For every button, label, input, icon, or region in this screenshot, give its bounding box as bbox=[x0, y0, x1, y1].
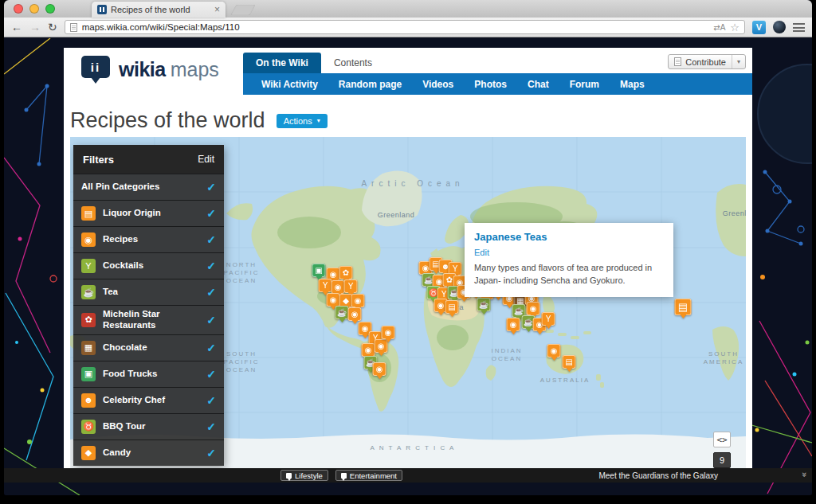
tab-close-icon[interactable]: × bbox=[214, 5, 220, 14]
footer-shortcut-lifestyle[interactable]: Lifestyle bbox=[280, 470, 328, 481]
map-pin-michelin[interactable]: ✿ bbox=[339, 266, 353, 279]
filter-row-all-categories[interactable]: All Pin Categories✓ bbox=[73, 174, 224, 200]
filter-label: Tea bbox=[103, 287, 199, 298]
map-pin-icon bbox=[286, 473, 292, 479]
map-pin-liquor[interactable]: ▤ bbox=[563, 355, 576, 369]
filter-label: Michelin Star Restaurants bbox=[103, 309, 199, 331]
filter-row-bbq[interactable]: ♉BBQ Tour✓ bbox=[73, 413, 224, 440]
liquor-icon: ▤ bbox=[81, 206, 96, 221]
nav-item-videos[interactable]: Videos bbox=[412, 79, 464, 90]
map-pin-recipe[interactable]: ◉ bbox=[382, 326, 395, 339]
check-icon[interactable]: ✓ bbox=[206, 342, 216, 354]
filter-row-cocktail[interactable]: YCocktails✓ bbox=[73, 252, 224, 279]
zoom-window-button[interactable] bbox=[45, 4, 55, 14]
wikia-maps-logo[interactable]: ii wikiamaps bbox=[81, 56, 219, 84]
filters-panel: Filters Edit All Pin Categories✓▤Liquor … bbox=[73, 145, 224, 466]
check-icon[interactable]: ✓ bbox=[206, 394, 216, 407]
map-pin-recipe[interactable]: ◉ bbox=[327, 293, 340, 307]
world-map[interactable]: Arctic OceanGreenlandGreenlandNORTHPACIF… bbox=[70, 137, 746, 468]
filters-title: Filters bbox=[83, 154, 114, 166]
page-title: Recipes of the world bbox=[70, 108, 265, 133]
site-tab-contents[interactable]: Contents bbox=[321, 53, 385, 73]
filter-label: BBQ Tour bbox=[103, 421, 199, 432]
filter-row-truck[interactable]: ▣Food Trucks✓ bbox=[73, 361, 224, 387]
map-pin-cocktail[interactable]: Y bbox=[319, 279, 332, 292]
translate-icon[interactable]: ⇄A bbox=[713, 23, 725, 32]
contribute-button[interactable]: Contribute ▾ bbox=[668, 54, 746, 69]
map-pin-recipe[interactable]: ◉ bbox=[348, 307, 362, 321]
filter-label: Cocktails bbox=[103, 260, 199, 272]
recipe-icon: ◉ bbox=[81, 232, 96, 247]
filter-row-tea[interactable]: ☕Tea✓ bbox=[73, 279, 224, 305]
forward-button[interactable]: → bbox=[29, 21, 41, 33]
browser-tab[interactable]: Recipes of the world × bbox=[92, 2, 226, 18]
map-pin-recipe[interactable]: ◉ bbox=[362, 343, 375, 357]
nav-item-wiki-activity[interactable]: Wiki Activity bbox=[251, 79, 328, 90]
filter-label: Candy bbox=[103, 447, 199, 459]
nav-item-maps[interactable]: Maps bbox=[610, 79, 655, 90]
check-icon[interactable]: ✓ bbox=[206, 420, 216, 433]
nav-item-forum[interactable]: Forum bbox=[559, 79, 610, 90]
nav-item-random-page[interactable]: Random page bbox=[328, 79, 412, 90]
filter-row-candy[interactable]: ◆Candy✓ bbox=[73, 440, 224, 466]
bbq-icon: ♉ bbox=[81, 420, 96, 434]
nav-item-chat[interactable]: Chat bbox=[517, 79, 559, 90]
extension-v-icon[interactable]: V bbox=[752, 21, 766, 34]
promo-link[interactable]: Meet the Guardians of the Galaxy bbox=[598, 471, 718, 480]
address-bar[interactable]: maps.wikia.com/wiki/Special:Maps/110 ⇄A … bbox=[65, 20, 745, 34]
new-tab-button[interactable] bbox=[231, 5, 256, 15]
map-pin-cocktail[interactable]: Y bbox=[344, 279, 358, 293]
filter-row-chocolate[interactable]: ▦Chocolate✓ bbox=[73, 334, 224, 361]
map-pin-liquor[interactable]: ▤ bbox=[445, 300, 459, 314]
map-pin-truck[interactable]: ▣ bbox=[312, 264, 326, 277]
footer-shortcut-label: Entertainment bbox=[350, 471, 397, 480]
check-icon[interactable]: ✓ bbox=[206, 286, 216, 299]
zoom-control[interactable]: 9 bbox=[713, 452, 731, 468]
map-pin-recipe[interactable]: ◉ bbox=[527, 302, 540, 315]
map-pin-recipe[interactable]: ◉ bbox=[351, 294, 365, 307]
check-icon[interactable]: ✓ bbox=[206, 233, 216, 246]
actions-button[interactable]: Actions ▾ bbox=[277, 114, 328, 128]
check-icon[interactable]: ✓ bbox=[206, 260, 216, 272]
footer-shortcut-entertainment[interactable]: Entertainment bbox=[335, 470, 402, 481]
header-right: On the WikiContents Contribute ▾ Wiki Ac… bbox=[243, 53, 752, 95]
chevron-down-icon: ▾ bbox=[732, 55, 745, 68]
filter-row-recipe[interactable]: ◉Recipes✓ bbox=[73, 226, 224, 252]
filter-row-liquor[interactable]: ▤Liquor Origin✓ bbox=[73, 200, 224, 226]
bookmark-star-icon[interactable]: ☆ bbox=[730, 22, 740, 33]
popup-edit-link[interactable]: Edit bbox=[474, 248, 489, 257]
nav-item-photos[interactable]: Photos bbox=[464, 79, 517, 90]
filter-row-michelin[interactable]: ✿Michelin Star Restaurants✓ bbox=[73, 305, 224, 334]
tea-icon: ☕ bbox=[81, 285, 96, 299]
check-icon[interactable]: ✓ bbox=[206, 207, 216, 220]
collapse-toolbar-icon[interactable]: » bbox=[800, 472, 810, 477]
minimize-window-button[interactable] bbox=[29, 4, 39, 14]
map-pin-tea[interactable]: ☕ bbox=[335, 306, 349, 319]
page-icon bbox=[70, 23, 77, 32]
site-tab-on-the-wiki[interactable]: On the Wiki bbox=[243, 53, 321, 73]
check-icon[interactable]: ✓ bbox=[206, 181, 216, 193]
map-pin-cocktail[interactable]: Y bbox=[542, 312, 555, 326]
browser-menu-icon[interactable] bbox=[793, 23, 805, 32]
check-icon[interactable]: ✓ bbox=[206, 447, 216, 459]
filters-edit-button[interactable]: Edit bbox=[198, 154, 214, 165]
filters-header: Filters Edit bbox=[73, 145, 224, 174]
content-area: ii wikiamaps On the WikiContents Contrib… bbox=[64, 48, 752, 468]
check-icon[interactable]: ✓ bbox=[206, 368, 216, 381]
check-icon[interactable]: ✓ bbox=[206, 314, 216, 326]
extension-globe-icon[interactable] bbox=[773, 21, 786, 33]
reload-button[interactable]: ↻ bbox=[48, 21, 57, 33]
map-pin-recipe[interactable]: ◉ bbox=[332, 280, 345, 294]
map-pin-liquor[interactable]: ▤ bbox=[675, 299, 692, 315]
filter-label: Chocolate bbox=[103, 342, 199, 354]
embed-map-button[interactable]: <> bbox=[713, 432, 731, 447]
back-button[interactable]: ← bbox=[11, 21, 22, 33]
map-pin-tea[interactable]: ☕ bbox=[477, 298, 491, 311]
popup-title-link[interactable]: Japanese Teas bbox=[474, 231, 664, 243]
close-window-button[interactable] bbox=[14, 4, 23, 14]
map-pin-recipe[interactable]: ◉ bbox=[373, 362, 386, 376]
map-pin-recipe[interactable]: ◉ bbox=[507, 318, 520, 331]
site-header: ii wikiamaps On the WikiContents Contrib… bbox=[64, 48, 752, 95]
filter-row-chef[interactable]: ☻Celebrity Chef✓ bbox=[73, 387, 224, 413]
map-pin-recipe[interactable]: ◉ bbox=[547, 344, 561, 357]
